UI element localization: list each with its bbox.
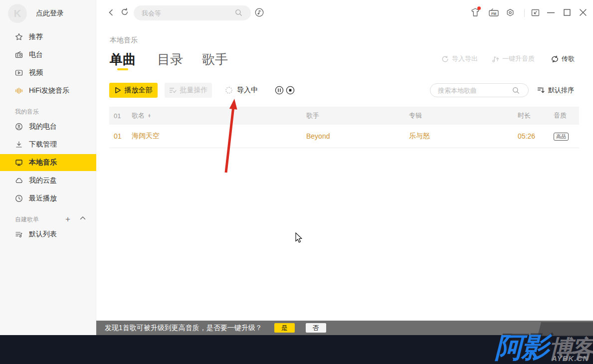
sort-icon <box>537 87 545 94</box>
import-export-label: 导入导出 <box>452 54 478 63</box>
theme-skin-icon[interactable] <box>470 7 481 17</box>
music-recognition-icon[interactable] <box>254 7 264 17</box>
row-quality: 高品 <box>554 132 579 141</box>
transfer-songs-button[interactable]: 传歌 <box>551 54 575 63</box>
search-icon[interactable] <box>235 9 242 16</box>
song-sort-icon[interactable]: ▲▼ <box>148 114 151 118</box>
search-input[interactable] <box>134 5 251 20</box>
notification-dot <box>477 6 481 10</box>
transfer-icon <box>551 55 559 63</box>
spinner-icon <box>225 87 232 94</box>
back-button[interactable] <box>107 8 115 16</box>
table-row[interactable]: 01 海阔天空 Beyond 乐与怒 05:26 高品 <box>109 125 579 148</box>
importing-label: 导入中 <box>237 86 258 95</box>
pause-import-button[interactable] <box>275 86 284 95</box>
col-duration: 时长 <box>518 111 554 120</box>
sidebar-item-recommend[interactable]: 推荐 <box>0 28 96 45</box>
add-playlist-button[interactable]: + <box>65 214 70 224</box>
batch-operations-button[interactable]: 批量操作 <box>165 83 212 98</box>
import-export-icon <box>441 55 449 63</box>
sidebar-item-label: 本地音乐 <box>29 158 57 167</box>
clock-icon <box>15 194 23 202</box>
sidebar-item-downloads[interactable]: 下载管理 <box>0 136 96 153</box>
transfer-label: 传歌 <box>562 54 575 63</box>
mouse-cursor <box>296 233 302 242</box>
cloud-icon <box>15 177 23 184</box>
tab-folders[interactable]: 目录 <box>157 51 183 68</box>
import-export-button[interactable]: 导入导出 <box>441 54 478 63</box>
mini-player-icon[interactable] <box>531 8 540 17</box>
batch-list-icon <box>169 87 177 94</box>
collapse-playlists-icon[interactable] <box>80 216 86 220</box>
row-album[interactable]: 乐与怒 <box>409 132 518 141</box>
maximize-button[interactable] <box>564 9 571 16</box>
sidebar-item-hifi[interactable]: HiFi发烧音乐 <box>0 82 96 99</box>
local-search-icon[interactable] <box>512 87 520 94</box>
sidebar-item-radio[interactable]: 电台 <box>0 46 96 63</box>
play-all-label: 播放全部 <box>125 86 153 95</box>
sidebar-item-cloud[interactable]: 我的云盘 <box>0 172 96 189</box>
hifi-bars-icon <box>15 87 23 95</box>
video-icon <box>15 69 23 77</box>
login-label[interactable]: 点此登录 <box>36 9 64 18</box>
radio-icon <box>15 51 23 59</box>
sort-control[interactable]: 默认排序 <box>537 86 574 95</box>
close-button[interactable] <box>580 9 587 16</box>
watermark-shadow <box>538 322 593 336</box>
col-song-label: 歌名 <box>132 111 145 120</box>
sidebar-item-video[interactable]: 视频 <box>0 64 96 81</box>
minimize-button[interactable] <box>547 12 555 13</box>
col-album: 专辑 <box>409 111 518 120</box>
play-outline-icon <box>115 87 121 94</box>
sidebar-item-label: 电台 <box>29 50 43 59</box>
importing-status: 导入中 <box>225 83 258 98</box>
col-index: 01 <box>114 112 132 120</box>
active-tab-underline <box>117 68 128 70</box>
sidebar-item-recent[interactable]: 最近播放 <box>0 190 96 207</box>
topbar: FM <box>96 0 593 26</box>
playlist-icon <box>15 230 23 238</box>
table-header-row: 01 歌名 ▲▼ 歌手 专辑 时长 音质 <box>109 107 579 125</box>
upgrade-yes-button[interactable]: 是 <box>274 323 295 333</box>
music-app-window: K 点此登录 推荐 电台 视频 HiFi发烧音乐 我的音乐 我的电台 下载管理 <box>0 0 593 364</box>
upgrade-notification-bar: 发现1首歌可被升级到更高音质，是否要一键升级？ 是 否 <box>96 321 593 335</box>
sidebar-item-label: 视频 <box>29 68 43 77</box>
login-area[interactable]: K 点此登录 <box>8 4 64 23</box>
sidebar-item-my-radio[interactable]: 我的电台 <box>0 118 96 135</box>
player-bar: ♠ 黑桃A 黑桃A - DJ小鱼儿 00:12 / 03:00 购买全曲 1.0… <box>0 335 593 364</box>
col-song[interactable]: 歌名 ▲▼ <box>132 111 306 120</box>
sidebar-item-label: 下载管理 <box>29 140 57 149</box>
sidebar-item-label: 我的云盘 <box>29 176 57 185</box>
sidebar-item-local-music[interactable]: 本地音乐 <box>0 154 96 171</box>
sidebar-item-label: HiFi发烧音乐 <box>29 86 69 95</box>
play-all-button[interactable]: 播放全部 <box>109 83 158 98</box>
sidebar-item-label: 我的电台 <box>29 122 57 131</box>
upgrade-quality-icon <box>491 55 500 63</box>
stop-import-button[interactable] <box>286 86 295 95</box>
sidebar-item-default-playlist[interactable]: 默认列表 <box>0 226 96 243</box>
upgrade-quality-label: 一键升音质 <box>502 54 535 63</box>
row-song-title[interactable]: 海阔天空 <box>132 132 306 141</box>
avatar[interactable]: K <box>8 4 27 23</box>
download-icon <box>15 141 23 149</box>
tab-songs[interactable]: 单曲 <box>110 51 136 68</box>
divider <box>524 9 525 17</box>
song-table: 01 歌名 ▲▼ 歌手 专辑 时长 音质 01 海阔天空 Beyond 乐与怒 … <box>109 107 579 148</box>
upgrade-no-button[interactable]: 否 <box>306 323 326 333</box>
sidebar-item-label: 默认列表 <box>29 230 57 239</box>
breadcrumb: 本地音乐 <box>110 36 138 45</box>
notification-message: 发现1首歌可被升级到更高音质，是否要一键升级？ <box>105 324 262 333</box>
settings-gear-icon[interactable] <box>505 8 515 18</box>
batch-operations-label: 批量操作 <box>180 86 208 95</box>
tab-artists[interactable]: 歌手 <box>202 51 228 68</box>
my-radio-icon <box>15 123 23 131</box>
refresh-button[interactable] <box>120 7 129 16</box>
star-icon <box>15 33 23 41</box>
row-index: 01 <box>114 132 132 140</box>
upgrade-quality-button[interactable]: 一键升音质 <box>491 54 535 63</box>
fm-icon[interactable]: FM <box>488 8 499 17</box>
sort-label: 默认排序 <box>548 86 574 95</box>
row-artist[interactable]: Beyond <box>306 132 409 140</box>
local-music-icon <box>15 159 23 167</box>
row-duration: 05:26 <box>518 132 554 140</box>
